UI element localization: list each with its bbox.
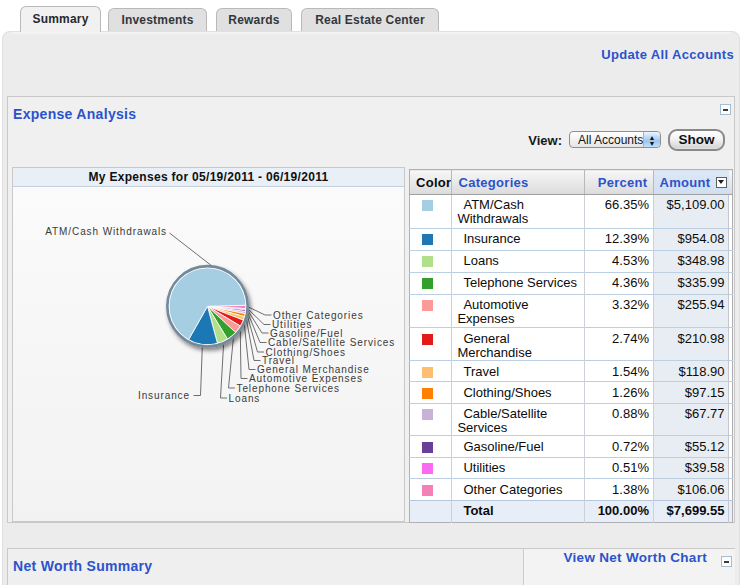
svg-text:Loans: Loans bbox=[229, 393, 261, 404]
svg-text:Insurance: Insurance bbox=[138, 390, 190, 401]
svg-text:ATM/Cash Withdrawals: ATM/Cash Withdrawals bbox=[45, 226, 167, 237]
